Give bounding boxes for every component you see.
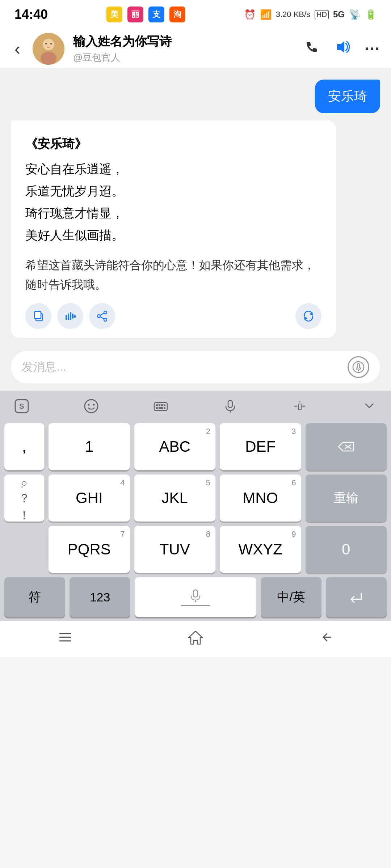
user-bubble: 安乐琦 [315, 80, 380, 113]
comma-label: ， [16, 435, 33, 458]
nav-title: 输入姓名为你写诗 [73, 33, 295, 50]
status-app-icons: 美 丽 支 淘 [106, 7, 185, 22]
svg-rect-36 [228, 400, 232, 408]
keyboard-icon[interactable] [150, 398, 172, 414]
svg-rect-29 [156, 404, 158, 406]
speed-label: 3.20 KB/s [276, 10, 310, 19]
svg-rect-28 [154, 403, 167, 410]
key-reenter[interactable]: 重输 [306, 475, 387, 522]
svg-point-1 [43, 39, 54, 50]
key-123[interactable]: 123 [70, 577, 130, 617]
svg-point-2 [41, 52, 56, 65]
svg-point-3 [45, 43, 47, 44]
status-time: 14:40 [14, 7, 48, 22]
key-6-mno[interactable]: 6 MNO [220, 475, 301, 522]
key-0-label: 0 [342, 541, 350, 558]
user-message: 安乐琦 [11, 80, 380, 113]
phone-button[interactable] [304, 39, 320, 59]
key-8-tuv[interactable]: 8 TUV [134, 526, 216, 573]
svg-marker-5 [337, 41, 344, 53]
nav-menu-icon[interactable] [56, 628, 74, 650]
app-icon-1: 美 [106, 7, 122, 22]
key-voice[interactable] [135, 577, 256, 617]
cursor-icon[interactable] [289, 398, 311, 414]
voice-bar [181, 605, 210, 606]
key-reenter-label: 重输 [334, 490, 358, 506]
svg-rect-9 [68, 314, 69, 320]
key-7-number: 7 [120, 529, 125, 539]
key-9-number: 9 [291, 529, 296, 539]
key-7-pqrs[interactable]: 7 PQRS [49, 526, 130, 573]
poem-extra: 希望这首藏头诗能符合你的心意！如果你还有其他需求，随时告诉我哦。 [25, 255, 321, 295]
back-button[interactable]: ‹ [11, 35, 24, 62]
key-2-abc[interactable]: 2 ABC [134, 423, 216, 470]
collapse-keyboard-icon[interactable] [358, 398, 380, 414]
svg-line-16 [100, 313, 104, 315]
svg-point-14 [97, 315, 100, 318]
wifi-icon: 📡 [349, 9, 361, 20]
keyboard: ， 1 2 ABC 3 DEF 。 ○ ？ ！ 4 [0, 420, 391, 621]
key-mno-label: MNO [243, 489, 278, 507]
bottom-nav [0, 621, 391, 657]
svg-rect-21 [357, 363, 360, 368]
key-symbol[interactable]: 符 [4, 577, 65, 617]
nav-back-icon[interactable] [317, 628, 335, 650]
status-right-icons: ⏰ 📶 3.20 KB/s HD 5G 📡 🔋 [244, 9, 377, 20]
key-9-wxyz[interactable]: 9 WXYZ [220, 526, 301, 573]
key-0[interactable]: 0 [306, 526, 387, 573]
svg-text:S: S [19, 402, 24, 410]
alarm-icon: ⏰ [244, 9, 256, 20]
key-backspace[interactable] [306, 423, 387, 470]
key-jkl-label: JKL [162, 489, 188, 507]
svg-point-15 [104, 318, 107, 321]
message-input-box[interactable]: 发消息... [11, 351, 380, 383]
more-button[interactable]: ··· [365, 40, 380, 58]
voice-input-button[interactable] [348, 356, 369, 378]
sogou-icon[interactable]: S [11, 398, 33, 414]
key-abc-label: ABC [159, 438, 190, 455]
svg-rect-35 [164, 407, 165, 409]
nav-home-icon[interactable] [186, 628, 205, 650]
svg-point-4 [50, 43, 52, 44]
nav-subtitle: @豆包官人 [73, 51, 295, 64]
svg-point-13 [104, 311, 107, 314]
status-bar: 14:40 美 丽 支 淘 ⏰ 📶 3.20 KB/s HD 5G 📡 🔋 [0, 0, 391, 29]
svg-rect-30 [159, 404, 160, 406]
avatar-image [33, 33, 64, 65]
nav-bar: ‹ 输入姓名为你写诗 @豆包官人 [0, 29, 391, 69]
key-comma[interactable]: ， [4, 423, 44, 470]
key-4-ghi[interactable]: 4 GHI [49, 475, 130, 522]
key-lang-switch[interactable]: 中/英 [261, 577, 321, 617]
svg-rect-44 [193, 590, 198, 597]
voice-play-button[interactable] [57, 303, 83, 329]
battery-icon: 🔋 [365, 9, 377, 20]
copy-button[interactable] [25, 303, 51, 329]
key-period[interactable]: 。 ○ ？ ！ [4, 475, 44, 522]
network-type: 5G [333, 9, 345, 20]
key-5-number: 5 [206, 478, 210, 488]
key-4-number: 4 [120, 478, 125, 488]
key-3-number: 3 [291, 427, 296, 436]
backspace-icon [337, 439, 355, 454]
poem-line-2: 乐道无忧岁月迢。 [25, 180, 321, 202]
key-ghi-label: GHI [76, 489, 103, 507]
share-button[interactable] [89, 303, 115, 329]
nav-title-area: 输入姓名为你写诗 @豆包官人 [73, 33, 295, 64]
emoji-icon[interactable] [80, 398, 102, 414]
svg-line-17 [100, 317, 104, 319]
app-icon-4: 淘 [169, 7, 185, 22]
refresh-button[interactable] [295, 303, 321, 329]
key-enter[interactable] [326, 577, 387, 617]
voice-icon [188, 588, 203, 603]
poem-line-3: 琦行瑰意才情显， [25, 202, 321, 224]
poem-line-1: 安心自在乐逍遥， [25, 158, 321, 180]
key-3-def[interactable]: 3 DEF [220, 423, 301, 470]
key-1[interactable]: 1 [49, 423, 130, 470]
key-2-number: 2 [206, 427, 210, 436]
svg-marker-19 [304, 316, 307, 320]
key-5-jkl[interactable]: 5 JKL [134, 475, 216, 522]
input-placeholder[interactable]: 发消息... [22, 359, 348, 375]
microphone-icon[interactable] [219, 398, 241, 414]
sound-button[interactable] [334, 39, 350, 59]
ai-bubble: 《安乐琦》 安心自在乐逍遥， 乐道无忧岁月迢。 琦行瑰意才情显， 美好人生似画描… [11, 120, 336, 338]
